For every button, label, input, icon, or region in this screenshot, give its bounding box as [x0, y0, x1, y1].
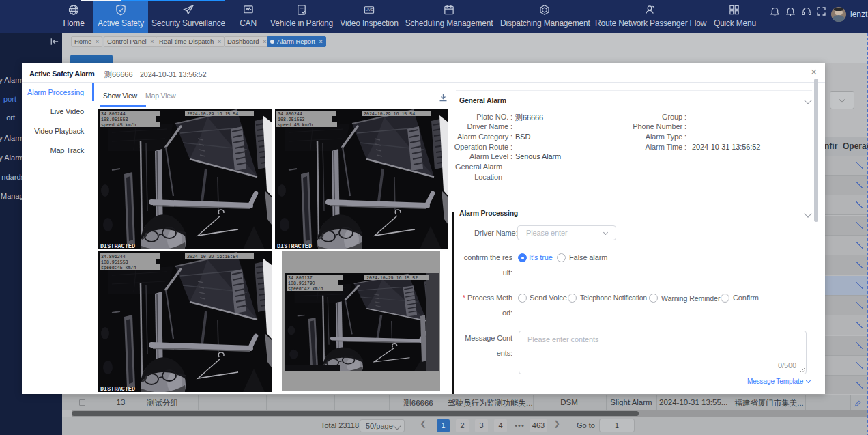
- svg-text:LIVE: LIVE: [365, 8, 373, 12]
